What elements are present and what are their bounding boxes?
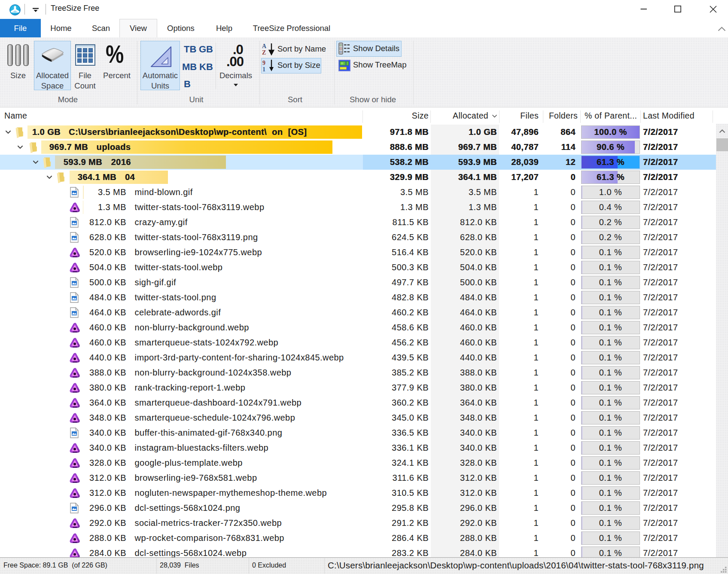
svg-text:A: A <box>262 43 267 49</box>
svg-text:1: 1 <box>262 66 265 72</box>
svg-text:9: 9 <box>262 60 265 66</box>
svg-text:Z: Z <box>262 49 266 56</box>
